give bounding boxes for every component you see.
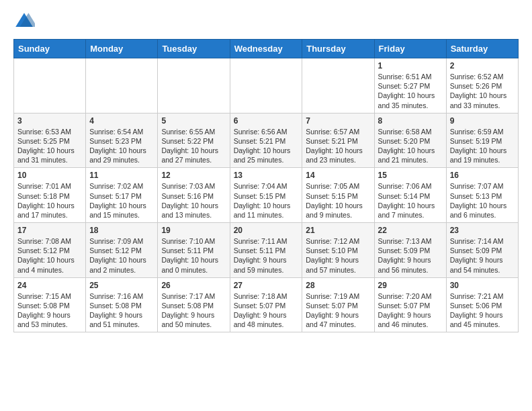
day-info-line: Daylight: 10 hours and 27 minutes. xyxy=(161,146,226,165)
day-info-line: Daylight: 10 hours and 9 minutes. xyxy=(306,201,370,220)
day-info-line: Daylight: 9 hours and 54 minutes. xyxy=(450,255,515,274)
day-number: 23 xyxy=(450,226,515,235)
day-info-line: Sunrise: 6:56 AM xyxy=(234,127,299,136)
day-info-line: Daylight: 10 hours and 15 minutes. xyxy=(89,201,154,220)
day-info-line: Daylight: 10 hours and 6 minutes. xyxy=(450,201,515,220)
calendar-week-row: 1Sunrise: 6:51 AMSunset: 5:27 PMDaylight… xyxy=(14,58,519,113)
day-header-saturday: Saturday xyxy=(446,40,518,58)
day-info-line: Sunrise: 6:52 AM xyxy=(450,72,515,81)
day-info-line: Daylight: 10 hours and 4 minutes. xyxy=(17,255,82,274)
day-info-line: Sunset: 5:10 PM xyxy=(306,246,370,255)
day-info-line: Sunrise: 7:14 AM xyxy=(450,236,515,246)
calendar-week-row: 17Sunrise: 7:08 AMSunset: 5:12 PMDayligh… xyxy=(14,223,519,278)
calendar-cell xyxy=(14,58,86,113)
day-info-line: Sunset: 5:07 PM xyxy=(306,301,370,310)
day-info-line: Sunset: 5:08 PM xyxy=(161,301,226,310)
calendar-cell: 22Sunrise: 7:13 AMSunset: 5:09 PMDayligh… xyxy=(374,223,446,278)
day-info-line: Sunrise: 7:15 AM xyxy=(17,291,82,301)
day-number: 8 xyxy=(378,116,443,126)
day-info-line: Sunrise: 7:18 AM xyxy=(234,291,299,301)
day-info-line: Daylight: 9 hours and 48 minutes. xyxy=(234,310,299,329)
day-number: 15 xyxy=(378,171,443,180)
day-info-line: Sunrise: 7:03 AM xyxy=(161,181,226,191)
calendar-cell: 1Sunrise: 6:51 AMSunset: 5:27 PMDaylight… xyxy=(374,58,446,113)
calendar-cell: 11Sunrise: 7:02 AMSunset: 5:17 PMDayligh… xyxy=(86,168,158,223)
calendar-cell: 7Sunrise: 6:57 AMSunset: 5:21 PMDaylight… xyxy=(302,113,374,168)
day-info-line: Sunrise: 7:21 AM xyxy=(450,291,515,301)
calendar-week-row: 10Sunrise: 7:01 AMSunset: 5:18 PMDayligh… xyxy=(14,168,519,223)
day-info-line: Sunrise: 7:04 AM xyxy=(234,181,299,191)
day-info-line: Daylight: 9 hours and 57 minutes. xyxy=(306,255,370,274)
day-info-line: Daylight: 9 hours and 45 minutes. xyxy=(450,310,515,329)
day-info-line: Sunrise: 6:54 AM xyxy=(89,127,154,136)
day-info-line: Daylight: 9 hours and 46 minutes. xyxy=(378,310,443,329)
logo xyxy=(13,11,38,32)
calendar-header-row: SundayMondayTuesdayWednesdayThursdayFrid… xyxy=(14,40,519,58)
day-number: 18 xyxy=(89,226,154,235)
calendar-cell: 15Sunrise: 7:06 AMSunset: 5:14 PMDayligh… xyxy=(374,168,446,223)
calendar-cell: 16Sunrise: 7:07 AMSunset: 5:13 PMDayligh… xyxy=(446,168,518,223)
day-number: 11 xyxy=(89,171,154,180)
calendar-cell: 20Sunrise: 7:11 AMSunset: 5:11 PMDayligh… xyxy=(230,223,302,278)
day-info-line: Daylight: 10 hours and 2 minutes. xyxy=(89,255,154,274)
day-number: 5 xyxy=(161,116,226,126)
day-number: 14 xyxy=(306,171,370,180)
day-info-line: Sunset: 5:17 PM xyxy=(89,191,154,201)
day-info-line: Sunrise: 6:53 AM xyxy=(17,127,82,136)
day-number: 28 xyxy=(306,281,370,290)
calendar-cell: 13Sunrise: 7:04 AMSunset: 5:15 PMDayligh… xyxy=(230,168,302,223)
day-info-line: Sunrise: 7:08 AM xyxy=(17,236,82,246)
day-number: 27 xyxy=(234,281,299,290)
day-info-line: Sunset: 5:12 PM xyxy=(17,246,82,255)
day-info-line: Sunrise: 7:06 AM xyxy=(378,181,443,191)
calendar-cell: 5Sunrise: 6:55 AMSunset: 5:22 PMDaylight… xyxy=(158,113,230,168)
day-info-line: Daylight: 10 hours and 31 minutes. xyxy=(17,146,82,165)
day-info-line: Sunrise: 7:20 AM xyxy=(378,291,443,301)
day-info-line: Sunset: 5:15 PM xyxy=(306,191,370,201)
day-info-line: Sunset: 5:07 PM xyxy=(234,301,299,310)
calendar-cell: 26Sunrise: 7:17 AMSunset: 5:08 PMDayligh… xyxy=(158,277,230,332)
calendar-cell: 8Sunrise: 6:58 AMSunset: 5:20 PMDaylight… xyxy=(374,113,446,168)
day-number: 30 xyxy=(450,281,515,290)
day-info-line: Sunset: 5:27 PM xyxy=(378,81,443,91)
day-info-line: Sunset: 5:11 PM xyxy=(234,246,299,255)
day-info-line: Sunset: 5:08 PM xyxy=(17,301,82,310)
calendar-cell: 23Sunrise: 7:14 AMSunset: 5:09 PMDayligh… xyxy=(446,223,518,278)
day-number: 24 xyxy=(17,281,82,290)
day-number: 7 xyxy=(306,116,370,126)
day-info-line: Sunrise: 7:11 AM xyxy=(234,236,299,246)
day-number: 13 xyxy=(234,171,299,180)
day-info-line: Daylight: 9 hours and 59 minutes. xyxy=(234,255,299,274)
day-info-line: Sunrise: 7:19 AM xyxy=(306,291,370,301)
day-info-line: Sunset: 5:11 PM xyxy=(161,246,226,255)
calendar-cell: 30Sunrise: 7:21 AMSunset: 5:06 PMDayligh… xyxy=(446,277,518,332)
day-info-line: Sunset: 5:23 PM xyxy=(89,136,154,146)
day-header-thursday: Thursday xyxy=(302,40,374,58)
day-info-line: Daylight: 10 hours and 13 minutes. xyxy=(161,201,226,220)
calendar-cell: 27Sunrise: 7:18 AMSunset: 5:07 PMDayligh… xyxy=(230,277,302,332)
day-info-line: Daylight: 10 hours and 25 minutes. xyxy=(234,146,299,165)
day-info-line: Sunset: 5:15 PM xyxy=(234,191,299,201)
day-info-line: Sunset: 5:14 PM xyxy=(378,191,443,201)
day-info-line: Sunset: 5:06 PM xyxy=(450,301,515,310)
day-info-line: Sunrise: 7:09 AM xyxy=(89,236,154,246)
calendar-cell xyxy=(302,58,374,113)
day-header-wednesday: Wednesday xyxy=(230,40,302,58)
day-info-line: Daylight: 10 hours and 7 minutes. xyxy=(378,201,443,220)
day-number: 17 xyxy=(17,226,82,235)
day-info-line: Sunset: 5:07 PM xyxy=(378,301,443,310)
day-number: 22 xyxy=(378,226,443,235)
day-info-line: Sunset: 5:13 PM xyxy=(450,191,515,201)
day-info-line: Daylight: 10 hours and 33 minutes. xyxy=(450,91,515,109)
day-info-line: Sunrise: 7:17 AM xyxy=(161,291,226,301)
calendar-cell: 6Sunrise: 6:56 AMSunset: 5:21 PMDaylight… xyxy=(230,113,302,168)
day-info-line: Daylight: 10 hours and 19 minutes. xyxy=(450,146,515,165)
calendar-cell: 14Sunrise: 7:05 AMSunset: 5:15 PMDayligh… xyxy=(302,168,374,223)
day-info-line: Sunrise: 6:55 AM xyxy=(161,127,226,136)
day-info-line: Daylight: 10 hours and 11 minutes. xyxy=(234,201,299,220)
calendar-cell: 28Sunrise: 7:19 AMSunset: 5:07 PMDayligh… xyxy=(302,277,374,332)
day-info-line: Sunset: 5:19 PM xyxy=(450,136,515,146)
calendar-week-row: 24Sunrise: 7:15 AMSunset: 5:08 PMDayligh… xyxy=(14,277,519,332)
day-number: 26 xyxy=(161,281,226,290)
day-info-line: Sunset: 5:08 PM xyxy=(89,301,154,310)
